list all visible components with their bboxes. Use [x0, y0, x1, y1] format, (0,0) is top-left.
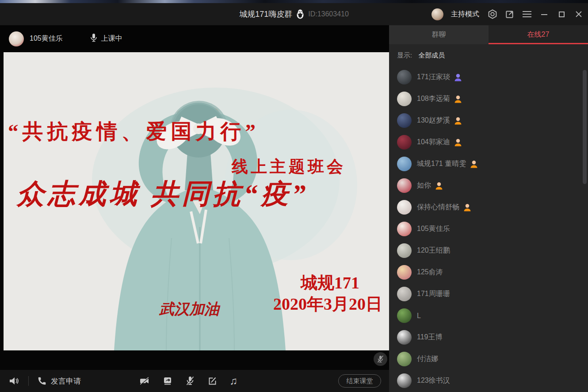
presenter-avatar[interactable]: [9, 31, 24, 46]
member-name: 125俞涛: [417, 268, 443, 277]
tab-group-chat[interactable]: 群聊: [389, 25, 489, 44]
member-role-badge-icon: [470, 160, 478, 169]
background-window-strip: [0, 0, 588, 3]
member-avatar: [397, 352, 412, 366]
member-name: 城规171 董晴雯: [417, 159, 466, 169]
phone-icon[interactable]: [37, 376, 46, 386]
filter-label: 显示:: [397, 51, 412, 60]
presenter-mic-muted-badge[interactable]: [374, 352, 387, 366]
member-list-item[interactable]: 保持心情舒畅: [389, 196, 588, 218]
member-name: 付洁娜: [417, 354, 438, 364]
member-avatar: [397, 222, 412, 236]
scrollbar[interactable]: [583, 70, 587, 184]
video-topbar: 105黄佳乐 上课中: [0, 25, 389, 52]
window-title: 城规171嗨皮群: [239, 9, 292, 19]
bottom-toolbar: 发言申请: [0, 370, 389, 392]
camera-off-icon[interactable]: [139, 376, 150, 386]
speech-request-label[interactable]: 发言申请: [51, 376, 81, 386]
member-avatar: [397, 373, 412, 388]
presenter-name: 105黄佳乐: [30, 34, 63, 43]
member-list-item[interactable]: 城规171 董晴雯: [389, 153, 588, 175]
minimize-icon[interactable]: [539, 9, 549, 19]
member-list-item[interactable]: 如你: [389, 175, 588, 196]
member-role-badge-icon: [463, 203, 472, 212]
member-list-item[interactable]: 120王绍鹏: [389, 240, 588, 261]
member-avatar: [397, 200, 412, 215]
member-avatar: [397, 92, 412, 106]
screen-share-icon[interactable]: [162, 376, 173, 386]
member-list-item[interactable]: 付洁娜: [389, 348, 588, 370]
music-icon[interactable]: ♫: [229, 376, 237, 386]
class-status-label: 上课中: [101, 34, 122, 43]
filter-value-dropdown[interactable]: 全部成员: [418, 51, 445, 60]
host-avatar[interactable]: [431, 8, 443, 20]
member-list: 171汪家琰 108李远菊 130赵梦溪 104郭家迪 城规171 董晴雯: [389, 66, 588, 392]
settings-icon[interactable]: [488, 9, 497, 19]
member-list-item[interactable]: 123徐书汉: [389, 370, 588, 392]
member-name: 120王绍鹏: [417, 246, 450, 255]
slide-date: 2020年3月20日: [273, 293, 382, 315]
sidebar-tabs: 群聊 在线27: [389, 25, 588, 44]
member-name: 保持心情舒畅: [417, 203, 459, 212]
member-role-badge-icon: [454, 116, 462, 125]
mic-off-icon: [377, 355, 384, 363]
member-avatar: [397, 157, 412, 171]
window-id: ID:13603410: [308, 10, 349, 18]
member-avatar: [397, 308, 412, 323]
member-avatar: [397, 330, 412, 345]
member-list-item[interactable]: 105黄佳乐: [389, 218, 588, 240]
member-list-item[interactable]: L: [389, 305, 588, 327]
member-name: 104郭家迪: [417, 138, 450, 147]
titlebar-controls: 主持模式: [431, 3, 584, 25]
member-name: 123徐书汉: [417, 376, 450, 385]
close-icon[interactable]: [574, 9, 584, 19]
slide-class-signature: 城规171: [301, 272, 359, 294]
member-avatar: [397, 178, 412, 193]
member-name: 171汪家琰: [417, 73, 450, 82]
titlebar: 城规171嗨皮群 ID:13603410 主持模式: [0, 3, 588, 25]
slide-gown-text: 武汉加油: [159, 299, 219, 319]
sidebar: 群聊 在线27 显示: 全部成员 171汪家琰 108李远菊 130赵梦溪: [389, 25, 588, 392]
member-list-item[interactable]: 108李远菊: [389, 88, 588, 110]
member-list-item[interactable]: 171汪家琰: [389, 66, 588, 88]
member-role-badge-icon: [435, 181, 443, 190]
member-filter-row: 显示: 全部成员: [389, 44, 588, 66]
member-name: 105黄佳乐: [417, 224, 450, 234]
slide-title-line1: “共抗疫情、爱国力行”: [8, 118, 260, 146]
member-name: 108李远菊: [417, 94, 450, 104]
member-avatar: [397, 113, 412, 128]
member-avatar: [397, 135, 412, 150]
member-list-item[interactable]: 125俞涛: [389, 261, 588, 283]
end-class-button[interactable]: 结束课堂: [338, 374, 381, 388]
toolbar-divider: [28, 376, 29, 386]
app-window: 城规171嗨皮群 ID:13603410 主持模式: [0, 0, 588, 392]
member-name: L: [417, 312, 421, 320]
mic-off-toolbar-icon[interactable]: [185, 376, 195, 386]
member-role-badge-icon: [454, 73, 462, 82]
member-list-item[interactable]: 119王博: [389, 327, 588, 348]
member-role-badge-icon: [454, 95, 462, 104]
member-avatar: [397, 265, 412, 280]
speaker-volume-icon[interactable]: [9, 376, 19, 386]
menu-icon[interactable]: [522, 9, 532, 19]
presentation-slide: “共抗疫情、爱国力行” 线上主题班会 众志成城 共同抗“疫” 城规171 202…: [4, 52, 389, 350]
popout-icon[interactable]: [505, 9, 515, 19]
host-mode-label[interactable]: 主持模式: [451, 10, 479, 19]
member-avatar: [397, 70, 412, 85]
member-avatar: [397, 287, 412, 301]
video-area: 105黄佳乐 上课中: [0, 25, 389, 392]
member-name: 130赵梦溪: [417, 116, 450, 125]
member-name: 如你: [417, 181, 431, 190]
edit-whiteboard-icon[interactable]: [207, 376, 217, 386]
member-name: 171周珊珊: [417, 289, 450, 299]
toolbar-center-icons: ♫: [139, 376, 237, 386]
member-list-item[interactable]: 171周珊珊: [389, 283, 588, 305]
member-list-item[interactable]: 130赵梦溪: [389, 110, 588, 131]
maximize-icon[interactable]: [557, 9, 566, 19]
member-avatar: [397, 243, 412, 258]
qq-penguin-icon: [296, 9, 305, 19]
member-role-badge-icon: [454, 138, 462, 147]
member-list-item[interactable]: 104郭家迪: [389, 131, 588, 153]
tab-online-members[interactable]: 在线27: [489, 25, 588, 44]
slide-main-slogan: 众志成城 共同抗“疫”: [17, 175, 309, 212]
